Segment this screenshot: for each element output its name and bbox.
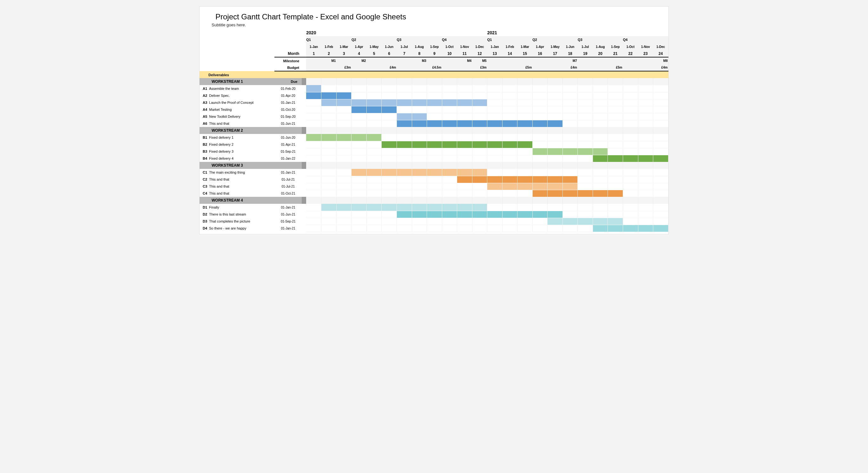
gantt-cell[interactable]: [427, 141, 442, 148]
gantt-cell[interactable]: [562, 190, 578, 197]
task-row-D2[interactable]: D2There is this last stream01-Jun-21: [199, 211, 669, 218]
gantt-cell[interactable]: [502, 183, 518, 190]
gantt-cell[interactable]: [562, 183, 578, 190]
ws-cell[interactable]: [412, 127, 427, 134]
ws-cell[interactable]: [397, 78, 412, 85]
gantt-cell[interactable]: [366, 141, 382, 148]
gantt-cell[interactable]: [306, 148, 321, 155]
gantt-cell[interactable]: [518, 176, 533, 183]
gantt-cell[interactable]: [502, 99, 518, 106]
gantt-cell[interactable]: [562, 204, 578, 211]
gantt-cell[interactable]: [593, 92, 608, 99]
ws-cell[interactable]: [442, 127, 457, 134]
gantt-cell[interactable]: [562, 99, 578, 106]
ws-cell[interactable]: [412, 78, 427, 85]
gantt-cell[interactable]: [593, 183, 608, 190]
gantt-cell[interactable]: [397, 99, 412, 106]
gantt-cell[interactable]: [306, 204, 321, 211]
gantt-cell[interactable]: [578, 92, 593, 99]
gantt-cell[interactable]: [502, 141, 518, 148]
ws-cell[interactable]: [427, 78, 442, 85]
gantt-cell[interactable]: [548, 85, 563, 92]
gantt-cell[interactable]: [382, 85, 397, 92]
gantt-cell[interactable]: [532, 85, 548, 92]
gantt-cell[interactable]: [562, 106, 578, 113]
gantt-cell[interactable]: [623, 225, 638, 232]
gantt-cell[interactable]: [532, 120, 548, 127]
gantt-cell[interactable]: [382, 211, 397, 218]
ws-cell[interactable]: [336, 78, 351, 85]
ws-cell[interactable]: [412, 197, 427, 204]
gantt-cell[interactable]: [306, 211, 321, 218]
gantt-cell[interactable]: [532, 92, 548, 99]
gantt-cell[interactable]: [442, 120, 457, 127]
gantt-cell[interactable]: [321, 169, 337, 176]
gantt-cell[interactable]: [412, 148, 427, 155]
gantt-cell[interactable]: [442, 211, 457, 218]
gantt-cell[interactable]: [578, 120, 593, 127]
task-row-A3[interactable]: A3Launch the Proof of Concept01-Jan-21: [199, 99, 669, 106]
row-handle[interactable]: [302, 134, 306, 141]
gantt-cell[interactable]: [487, 211, 502, 218]
ws-cell[interactable]: [442, 197, 457, 204]
workstream-header-2[interactable]: WORKSTREAM 2: [199, 127, 669, 134]
gantt-cell[interactable]: [442, 92, 457, 99]
gantt-cell[interactable]: [548, 176, 563, 183]
gantt-cell[interactable]: [457, 113, 472, 120]
gantt-cell[interactable]: [427, 155, 442, 162]
gantt-cell[interactable]: [412, 120, 427, 127]
gantt-cell[interactable]: [382, 106, 397, 113]
gantt-cell[interactable]: [608, 225, 623, 232]
gantt-cell[interactable]: [502, 92, 518, 99]
ws-cell[interactable]: [608, 197, 623, 204]
row-handle[interactable]: [302, 190, 306, 197]
gantt-cell[interactable]: [412, 99, 427, 106]
gantt-cell[interactable]: [562, 225, 578, 232]
ws-cell[interactable]: [366, 78, 382, 85]
gantt-cell[interactable]: [306, 120, 321, 127]
gantt-cell[interactable]: [548, 134, 563, 141]
ws-cell[interactable]: [336, 127, 351, 134]
ws-cell[interactable]: [623, 197, 638, 204]
gantt-cell[interactable]: [548, 211, 563, 218]
gantt-cell[interactable]: [457, 106, 472, 113]
gantt-cell[interactable]: [593, 120, 608, 127]
gantt-cell[interactable]: [518, 113, 533, 120]
gantt-cell[interactable]: [412, 85, 427, 92]
collapse-handle-2[interactable]: [302, 127, 306, 134]
gantt-cell[interactable]: [623, 148, 638, 155]
ws-cell[interactable]: [578, 78, 593, 85]
gantt-cell[interactable]: [623, 113, 638, 120]
ws-cell[interactable]: [336, 197, 351, 204]
gantt-cell[interactable]: [638, 155, 653, 162]
row-handle[interactable]: [302, 183, 306, 190]
gantt-cell[interactable]: [638, 120, 653, 127]
gantt-cell[interactable]: [638, 169, 653, 176]
ws-cell[interactable]: [532, 162, 548, 169]
gantt-cell[interactable]: [562, 92, 578, 99]
gantt-cell[interactable]: [638, 204, 653, 211]
ws-cell[interactable]: [608, 162, 623, 169]
task-row-C3[interactable]: C3This and that01-Jul-21: [199, 183, 669, 190]
gantt-cell[interactable]: [562, 148, 578, 155]
gantt-cell[interactable]: [653, 225, 669, 232]
gantt-cell[interactable]: [502, 211, 518, 218]
gantt-cell[interactable]: [306, 99, 321, 106]
ws-cell[interactable]: [321, 78, 337, 85]
gantt-cell[interactable]: [518, 183, 533, 190]
gantt-cell[interactable]: [487, 225, 502, 232]
gantt-cell[interactable]: [336, 155, 351, 162]
ws-cell[interactable]: [472, 197, 487, 204]
gantt-cell[interactable]: [578, 218, 593, 225]
ws-cell[interactable]: [638, 127, 653, 134]
ws-cell[interactable]: [548, 162, 563, 169]
gantt-cell[interactable]: [578, 141, 593, 148]
gantt-cell[interactable]: [336, 106, 351, 113]
gantt-cell[interactable]: [562, 134, 578, 141]
gantt-cell[interactable]: [623, 99, 638, 106]
gantt-cell[interactable]: [518, 120, 533, 127]
gantt-cell[interactable]: [562, 85, 578, 92]
gantt-cell[interactable]: [366, 113, 382, 120]
row-handle[interactable]: [302, 92, 306, 99]
gantt-cell[interactable]: [366, 120, 382, 127]
